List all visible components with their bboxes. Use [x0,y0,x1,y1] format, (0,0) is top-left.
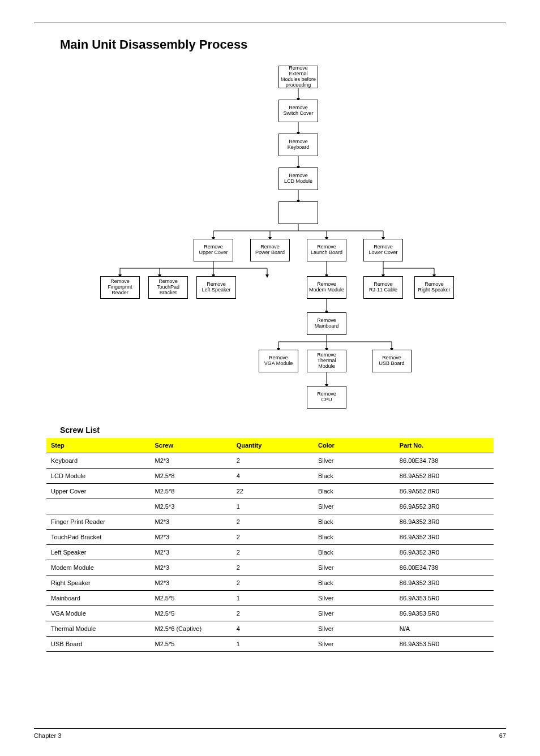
table-cell: M2.5*5 [151,606,232,621]
box-hidden-spacer [278,201,318,224]
table-cell: LCD Module [46,469,151,484]
footer-chapter: Chapter 3 [34,732,61,739]
table-cell: Mainboard [46,591,151,606]
section-title: Main Unit Disassembly Process [60,37,506,52]
box-upper-cover: RemoveUpper Cover [194,239,233,261]
table-cell: Silver [314,606,395,621]
table-cell: Black [314,514,395,530]
table-cell: 86.9A352.3R0 [395,575,494,591]
table-cell: M2.5*8 [151,484,232,499]
table-cell: M2*3 [151,545,232,560]
table-cell: 86.9A552.3R0 [395,499,494,514]
table-cell: TouchPad Bracket [46,530,151,545]
table-row: KeyboardM2*32Silver86.00E34.738 [46,453,494,469]
table-cell: 86.9A353.5R0 [395,637,494,652]
footer-rule [34,728,506,729]
page-footer: Chapter 3 67 [34,728,506,739]
table-cell: 2 [232,545,314,560]
table-cell: M2.5*8 [151,469,232,484]
box-modem-module: RemoveModem Module [307,276,346,299]
table-cell: 2 [232,560,314,575]
table-cell: USB Board [46,637,151,652]
table-cell: Silver [314,637,395,652]
table-cell: 2 [232,530,314,545]
table-cell: M2.5*5 [151,637,232,652]
table-cell: Black [314,469,395,484]
table-cell: 1 [232,637,314,652]
table-cell: 1 [232,591,314,606]
screw-list-table: Step Screw Quantity Color Part No. Keybo… [46,438,494,652]
table-cell: Black [314,575,395,591]
table-cell: Keyboard [46,453,151,469]
table-cell: M2*3 [151,575,232,591]
table-cell: Left Speaker [46,545,151,560]
table-row: Modem ModuleM2*32Silver86.00E34.738 [46,560,494,575]
th-partno: Part No. [395,438,494,453]
table-cell: Black [314,530,395,545]
table-cell: 4 [232,469,314,484]
th-color: Color [314,438,395,453]
box-thermal-module: RemoveThermal Module [307,350,346,372]
table-cell: 2 [232,606,314,621]
table-row: TouchPad BracketM2*32Black86.9A352.3R0 [46,530,494,545]
table-row: Thermal ModuleM2.5*6 (Captive)4SilverN/A [46,621,494,637]
table-cell: 86.9A552.8R0 [395,469,494,484]
table-cell: Silver [314,560,395,575]
th-qty: Quantity [232,438,314,453]
box-keyboard: RemoveKeyboard [278,134,318,156]
box-mainboard: RemoveMainboard [307,312,346,335]
table-cell: 86.9A353.5R0 [395,591,494,606]
table-cell: M2.5*6 (Captive) [151,621,232,637]
table-cell: 22 [232,484,314,499]
table-row: MainboardM2.5*51Silver86.9A353.5R0 [46,591,494,606]
disassembly-diagram: Remove ExternalModules beforeproceeding … [89,55,451,418]
table-cell: 1 [232,499,314,514]
th-screw: Screw [151,438,232,453]
table-cell: 86.9A352.3R0 [395,514,494,530]
table-cell: 86.9A352.3R0 [395,545,494,560]
table-cell: M2*3 [151,453,232,469]
box-cpu: RemoveCPU [307,386,346,409]
table-cell: VGA Module [46,606,151,621]
footer-page-number: 67 [499,732,506,739]
table-row: Finger Print ReaderM2*32Black86.9A352.3R… [46,514,494,530]
box-lower-cover: RemoveLower Cover [363,239,403,261]
box-launch-board: RemoveLaunch Board [307,239,346,261]
top-rule [34,23,506,23]
table-row: USB BoardM2.5*51Silver86.9A353.5R0 [46,637,494,652]
box-touchpad-bracket: RemoveTouchPadBracket [148,276,188,299]
table-cell: Thermal Module [46,621,151,637]
box-switch-cover: RemoveSwitch Cover [278,100,318,122]
table-cell: 86.00E34.738 [395,453,494,469]
table-cell: M2*3 [151,514,232,530]
table-cell: N/A [395,621,494,637]
table-cell: Black [314,484,395,499]
box-rj11-cable: RemoveRJ-11 Cable [363,276,403,299]
table-row: VGA ModuleM2.5*52Silver86.9A353.5R0 [46,606,494,621]
table-cell: 86.00E34.738 [395,560,494,575]
table-cell: M2.5*3 [151,499,232,514]
table-cell: Silver [314,453,395,469]
table-cell: 86.9A352.3R0 [395,530,494,545]
box-lcd-module: RemoveLCD Module [278,167,318,190]
box-left-speaker: RemoveLeft Speaker [196,276,236,299]
screw-list-title: Screw List [60,426,506,435]
table-cell: M2.5*5 [151,591,232,606]
table-header-row: Step Screw Quantity Color Part No. [46,438,494,453]
box-power-board: RemovePower Board [250,239,290,261]
table-row: LCD ModuleM2.5*84Black86.9A552.8R0 [46,469,494,484]
table-cell: Modem Module [46,560,151,575]
table-cell [46,499,151,514]
table-row: Upper CoverM2.5*822Black86.9A552.8R0 [46,484,494,499]
table-row: M2.5*31Silver86.9A552.3R0 [46,499,494,514]
box-fingerprint-reader: RemoveFingerprintReader [100,276,140,299]
box-usb-board: RemoveUSB Board [372,350,412,372]
table-cell: Black [314,545,395,560]
table-cell: Silver [314,621,395,637]
table-cell: Silver [314,591,395,606]
table-cell: 2 [232,575,314,591]
table-cell: M2*3 [151,560,232,575]
table-cell: 4 [232,621,314,637]
box-vga-module: RemoveVGA Module [259,350,298,372]
table-cell: 86.9A552.8R0 [395,484,494,499]
